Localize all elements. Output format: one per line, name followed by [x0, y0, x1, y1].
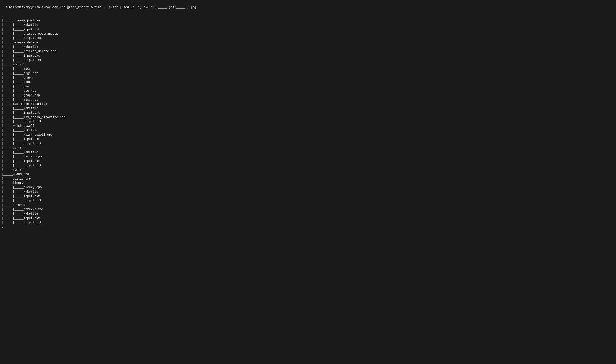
output-line: | |_____boruvka.cpp — [2, 207, 614, 211]
output-line: | |_____Makefile — [2, 150, 614, 155]
output-line: | |_____input.txt — [2, 216, 614, 221]
output-line: |_____chinese_postman — [2, 18, 614, 23]
output-line: | |_____input.txt — [2, 159, 614, 163]
terminal-window: nihalramaswamy@Nihals-MacBook-Pro graph_… — [2, 1, 614, 234]
output-line: | |_____fleury.cpp — [2, 185, 614, 189]
output-line: |_____run.sh — [2, 168, 614, 172]
output-line: | |_____output.txt — [2, 36, 614, 40]
output-line: |_____reverse_delete — [2, 40, 614, 45]
output-line: | |_____max_match_bipartite.cpp — [2, 115, 614, 119]
output-line: |_____welsh_powell — [2, 124, 614, 128]
output-line: | |_____edge.hpp — [2, 71, 614, 76]
output-line: |_____include — [2, 62, 614, 67]
output-line: | |_____input.txt — [2, 111, 614, 115]
output-line: | |_____Makefile — [2, 106, 614, 111]
output-line: | |_____chinese_postman.cpp — [2, 32, 614, 36]
output-line: | |_____Makefile — [2, 128, 614, 133]
output-line: | |_____graph.hpp — [2, 93, 614, 97]
output-line: |_____tarjan — [2, 146, 614, 150]
output-line: | |_____reverse_delete.cpp — [2, 49, 614, 53]
output-line: | |_____output.txt — [2, 163, 614, 168]
output-line: | |_____misc — [2, 67, 614, 71]
output-line: |_____boruvka — [2, 203, 614, 207]
output-line: | |_____output.txt — [2, 221, 614, 225]
output-line: | |_____output.txt — [2, 198, 614, 203]
output-line: | |_____input.txt — [2, 54, 614, 58]
output-line: | |_____graph — [2, 76, 614, 80]
output-line: | |_____input.txt — [2, 194, 614, 198]
output-line: | |_____Makefile — [2, 45, 614, 49]
output-line: | |_____welsh_powell.cpp — [2, 133, 614, 137]
output-line: | |_____output.txt — [2, 142, 614, 146]
output-line: | |_____edge — [2, 80, 614, 84]
output-line: |_____README.md — [2, 172, 614, 177]
output-line: . — [2, 225, 614, 229]
output-lines: .|_____chinese_postman| |_____Makefile| … — [2, 14, 614, 229]
output-line: | |_____Makefile — [2, 23, 614, 27]
output-line: | |_____dsu — [2, 84, 614, 89]
output-line: | |_____Makefile — [2, 190, 614, 194]
output-line: | |_____dsu.hpp — [2, 89, 614, 93]
output-line: . — [2, 14, 614, 18]
output-line: |_____fleury — [2, 181, 614, 185]
output-line: |_____.gitignore — [2, 177, 614, 181]
output-line: | |_____misc.hpp — [2, 98, 614, 102]
output-line: |_____max_match_bipartite — [2, 102, 614, 106]
output-line: | |_____tarjan.cpp — [2, 155, 614, 159]
prompt-line: nihalramaswamy@Nihals-MacBook-Pro graph_… — [5, 6, 198, 9]
output-line: | |_____output.txt — [2, 119, 614, 124]
output-line: | |_____output.txt — [2, 58, 614, 62]
output-line: | |_____input.txt — [2, 27, 614, 32]
output-line: | |_____Makefile — [2, 211, 614, 216]
output-line: | |_____input.txt — [2, 137, 614, 141]
